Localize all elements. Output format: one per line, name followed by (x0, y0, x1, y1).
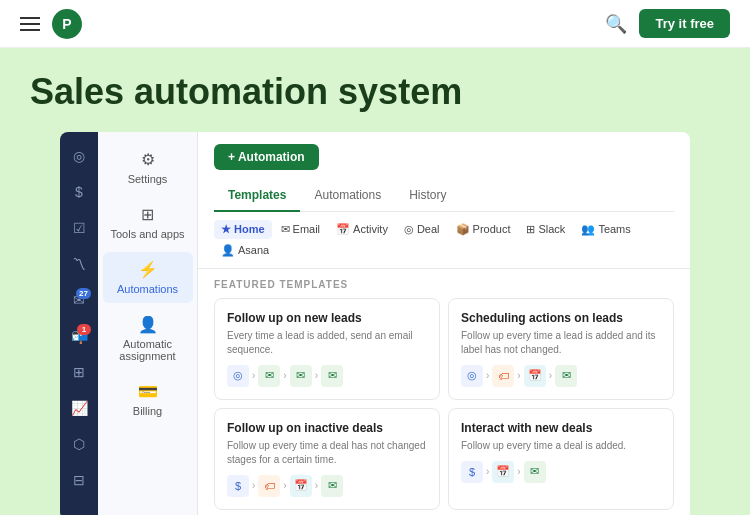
tab-automations[interactable]: Automations (300, 180, 395, 212)
light-sidebar: ⚙ Settings ⊞ Tools and apps ⚡ Automation… (98, 132, 198, 515)
flow-tag2-icon: 🏷 (258, 475, 280, 497)
home-icon: ★ (221, 223, 231, 236)
settings-icon: ⚙ (141, 150, 155, 169)
teams-icon: 👥 (581, 223, 595, 236)
billing-icon: 💳 (138, 382, 158, 401)
filter-slack[interactable]: ⊞ Slack (519, 220, 572, 239)
main-header: + Automation Templates Automations Histo… (198, 132, 690, 212)
flow-calendar3-icon: 📅 (492, 461, 514, 483)
sidebar-icon-dollar[interactable]: $ (65, 178, 93, 206)
flow-arrow: › (283, 370, 286, 381)
dark-sidebar: ◎ $ ☑ 〽 ✉ 27 📬 1 ⊞ 📈 ⬡ ⊟ (60, 132, 98, 515)
flow-email5-icon: ✉ (321, 475, 343, 497)
tab-history[interactable]: History (395, 180, 460, 212)
flow-arrow: › (252, 370, 255, 381)
asana-icon: 👤 (221, 244, 235, 257)
activity-icon: 📅 (336, 223, 350, 236)
hero-section: Sales automation system ◎ $ ☑ 〽 ✉ 27 📬 1… (0, 48, 750, 515)
card-2-desc: Follow up every time a lead is added and… (461, 329, 661, 357)
card-1-desc: Every time a lead is added, send an emai… (227, 329, 427, 357)
card-follow-up-leads[interactable]: Follow up on new leads Every time a lead… (214, 298, 440, 400)
sidebar-icon-chart[interactable]: 📈 (65, 394, 93, 422)
card-3-flow: $ › 🏷 › 📅 › ✉ (227, 475, 427, 497)
flow-email1-icon: ✉ (258, 365, 280, 387)
flow-arrow: › (486, 370, 489, 381)
product-icon: 📦 (456, 223, 470, 236)
main-tabs: Templates Automations History (214, 180, 674, 212)
hamburger-menu[interactable] (20, 17, 40, 31)
flow-tag-icon: 🏷 (492, 365, 514, 387)
nav-right: 🔍 Try it free (605, 9, 730, 38)
sidebar-item-billing[interactable]: 💳 Billing (103, 374, 193, 425)
demo-wrapper: ◎ $ ☑ 〽 ✉ 27 📬 1 ⊞ 📈 ⬡ ⊟ ⚙ Settings (30, 132, 720, 515)
flow-arrow: › (486, 466, 489, 477)
add-automation-button[interactable]: + Automation (214, 144, 319, 170)
filter-activity[interactable]: 📅 Activity (329, 220, 395, 239)
flow-arrow: › (517, 466, 520, 477)
sidebar-icon-email-badge[interactable]: ✉ 27 (65, 286, 93, 314)
filter-email[interactable]: ✉ Email (274, 220, 328, 239)
filter-deal[interactable]: ◎ Deal (397, 220, 447, 239)
sidebar-item-assignment[interactable]: 👤 Automatic assignment (103, 307, 193, 370)
card-2-flow: ◎ › 🏷 › 📅 › ✉ (461, 365, 661, 387)
deal-icon: ◎ (404, 223, 414, 236)
card-3-desc: Follow up every time a deal has not chan… (227, 439, 427, 467)
flow-dollar-icon: $ (227, 475, 249, 497)
email-filter-icon: ✉ (281, 223, 290, 236)
flow-target2-icon: ◎ (461, 365, 483, 387)
card-4-desc: Follow up every time a deal is added. (461, 439, 661, 453)
hero-title: Sales automation system (30, 72, 720, 112)
automations-icon: ⚡ (138, 260, 158, 279)
logo: P (52, 9, 82, 39)
top-nav: P 🔍 Try it free (0, 0, 750, 48)
filter-asana[interactable]: 👤 Asana (214, 241, 276, 260)
card-4-flow: $ › 📅 › ✉ (461, 461, 661, 483)
sidebar-item-settings[interactable]: ⚙ Settings (103, 142, 193, 193)
flow-email3-icon: ✉ (321, 365, 343, 387)
filter-home[interactable]: ★ Home (214, 220, 272, 239)
flow-arrow: › (252, 480, 255, 491)
filter-product[interactable]: 📦 Product (449, 220, 518, 239)
card-3-title: Follow up on inactive deals (227, 421, 427, 435)
search-icon[interactable]: 🔍 (605, 13, 627, 35)
sidebar-icon-inbox-badge[interactable]: 📬 1 (65, 322, 93, 350)
sidebar-icon-hex[interactable]: ⬡ (65, 430, 93, 458)
filter-teams[interactable]: 👥 Teams (574, 220, 637, 239)
card-1-flow: ◎ › ✉ › ✉ › ✉ (227, 365, 427, 387)
card-inactive-deals[interactable]: Follow up on inactive deals Follow up ev… (214, 408, 440, 510)
nav-left: P (20, 9, 82, 39)
section-label: FEATURED TEMPLATES (214, 279, 674, 290)
card-1-title: Follow up on new leads (227, 311, 427, 325)
inbox-badge: 1 (77, 324, 91, 335)
templates-section: FEATURED TEMPLATES Follow up on new lead… (198, 269, 690, 515)
flow-target-icon: ◎ (227, 365, 249, 387)
try-it-free-button[interactable]: Try it free (639, 9, 730, 38)
flow-arrow: › (517, 370, 520, 381)
sidebar-icon-target[interactable]: ◎ (65, 142, 93, 170)
slack-icon: ⊞ (526, 223, 535, 236)
flow-dollar2-icon: $ (461, 461, 483, 483)
assignment-icon: 👤 (138, 315, 158, 334)
tools-icon: ⊞ (141, 205, 154, 224)
sidebar-item-automations[interactable]: ⚡ Automations (103, 252, 193, 303)
flow-email4-icon: ✉ (555, 365, 577, 387)
tab-templates[interactable]: Templates (214, 180, 300, 212)
email-badge: 27 (76, 288, 91, 299)
flow-email2-icon: ✉ (290, 365, 312, 387)
sidebar-icon-table[interactable]: ⊟ (65, 466, 93, 494)
sidebar-item-tools[interactable]: ⊞ Tools and apps (103, 197, 193, 248)
flow-arrow: › (549, 370, 552, 381)
main-content: + Automation Templates Automations Histo… (198, 132, 690, 515)
sidebar-icon-megaphone[interactable]: 〽 (65, 250, 93, 278)
card-2-title: Scheduling actions on leads (461, 311, 661, 325)
flow-arrow: › (283, 480, 286, 491)
sidebar-icon-check[interactable]: ☑ (65, 214, 93, 242)
card-scheduling-leads[interactable]: Scheduling actions on leads Follow up ev… (448, 298, 674, 400)
sidebar-icon-grid[interactable]: ⊞ (65, 358, 93, 386)
card-new-deals[interactable]: Interact with new deals Follow up every … (448, 408, 674, 510)
flow-calendar2-icon: 📅 (290, 475, 312, 497)
cards-grid: Follow up on new leads Every time a lead… (214, 298, 674, 510)
flow-email6-icon: ✉ (524, 461, 546, 483)
flow-calendar-icon: 📅 (524, 365, 546, 387)
card-4-title: Interact with new deals (461, 421, 661, 435)
